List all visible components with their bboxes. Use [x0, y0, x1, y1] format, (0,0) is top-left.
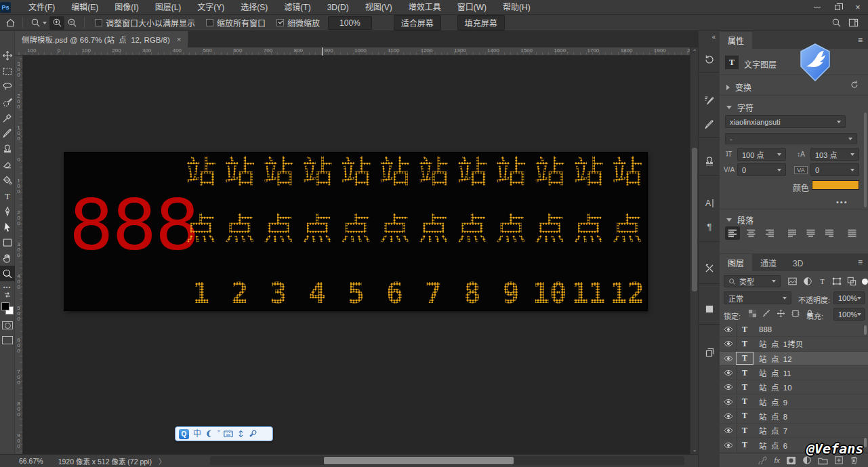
eraser-tool[interactable] — [0, 157, 15, 172]
layer-visibility-eye-icon[interactable] — [720, 323, 737, 336]
foreground-background-colors[interactable] — [1, 302, 14, 314]
canvas-vertical-scrollbar[interactable]: ⌃ ⌄ — [690, 47, 698, 454]
pen-tool[interactable] — [0, 203, 15, 219]
zoom-all-windows-checkbox[interactable]: 缩放所有窗口 — [206, 17, 266, 28]
layer-thumb-type-icon[interactable]: T — [737, 411, 752, 421]
minimize-button[interactable] — [807, 0, 827, 14]
font-family-select[interactable]: xiaolinxiangsuti — [725, 115, 846, 128]
link-layers-icon[interactable] — [758, 456, 768, 464]
clone-source-panel-icon[interactable] — [703, 155, 716, 168]
layer-name[interactable]: 站 点 9 — [759, 397, 787, 407]
layer-visibility-eye-icon[interactable] — [720, 438, 737, 451]
add-adjustment-icon[interactable] — [802, 455, 812, 465]
layer-row[interactable]: T 站 点 9 — [720, 395, 868, 409]
search-icon[interactable] — [831, 18, 842, 28]
menu-item[interactable]: 增效工具 — [400, 0, 449, 15]
hand-tool[interactable] — [0, 250, 15, 266]
patterns-panel-icon[interactable] — [703, 302, 716, 316]
filter-type-layers-icon[interactable]: T — [818, 277, 827, 286]
zoom-tool-icon[interactable] — [28, 16, 43, 30]
lock-transparent-icon[interactable] — [748, 309, 757, 318]
type-tool[interactable]: T — [0, 188, 15, 203]
vertical-ruler[interactable]: 3002001000100200300400500600700800900 — [15, 56, 23, 454]
resize-windows-checkbox[interactable]: 调整窗口大小以满屏显示 — [95, 17, 195, 28]
lock-artboard-icon[interactable] — [791, 309, 800, 318]
horizontal-ruler[interactable]: 1000100200300400500600700800900100011001… — [15, 47, 690, 56]
layer-row-selected[interactable]: T 站 点 12 — [720, 352, 868, 366]
ime-punctuation-toggle[interactable]: ” — [218, 427, 220, 441]
canvas-horizontal-scrollbar[interactable] — [210, 456, 684, 465]
layer-visibility-eye-icon[interactable] — [720, 352, 737, 365]
paragraph-section-header[interactable]: 段落 — [726, 214, 753, 226]
layer-thumb-type-icon[interactable]: T — [737, 397, 752, 407]
tool-presets-panel-icon[interactable] — [703, 262, 716, 275]
menu-item[interactable]: 窗口(W) — [449, 0, 495, 15]
edit-toolbar-icon[interactable]: ••• — [3, 284, 11, 290]
ime-logo-icon[interactable]: Q — [179, 429, 189, 439]
layer-filter-select[interactable]: 类型 — [724, 275, 781, 287]
font-style-select[interactable]: - — [725, 133, 857, 144]
quick-mask-button[interactable] — [2, 321, 13, 329]
quick-selection-tool[interactable] — [0, 94, 15, 110]
blend-mode-select[interactable]: 正常 — [724, 291, 791, 304]
document-tab[interactable]: 侧牌模板.psd @ 66.7% (站 点 12, RGB/8) × — [15, 31, 188, 47]
layer-name[interactable]: 站 点 10 — [759, 382, 792, 392]
leading-field[interactable]: 103 点 — [810, 148, 859, 161]
layer-thumb-type-icon[interactable]: T — [737, 440, 752, 450]
layer-visibility-eye-icon[interactable] — [720, 409, 737, 423]
eyedropper-tool[interactable] — [0, 110, 15, 125]
screen-mode-button[interactable] — [2, 336, 13, 344]
libraries-panel-icon[interactable] — [703, 346, 716, 359]
layer-thumb-type-icon[interactable]: T — [737, 426, 752, 436]
home-icon[interactable] — [3, 16, 18, 30]
layer-row[interactable]: T 站 点 8 — [720, 409, 868, 424]
layer-name[interactable]: 888 — [759, 325, 772, 333]
zoom-in-icon[interactable] — [49, 16, 64, 30]
layer-thumb-type-icon[interactable]: T — [737, 325, 752, 335]
status-zoom-field[interactable]: 66.67% — [19, 457, 43, 465]
align-left-button[interactable] — [725, 226, 740, 240]
filter-toggle-icon[interactable] — [862, 279, 868, 285]
justify-last-left-button[interactable] — [785, 226, 800, 240]
layer-name[interactable]: 站 点 6 — [759, 440, 787, 451]
filter-shape-layers-icon[interactable] — [832, 277, 842, 286]
paint-bucket-tool[interactable] — [0, 172, 15, 188]
font-size-field[interactable]: 100 点 — [737, 148, 786, 161]
text-color-swatch[interactable] — [812, 180, 859, 190]
menu-item[interactable]: 3D(D) — [319, 0, 357, 15]
ime-keyboard-icon[interactable] — [224, 430, 233, 438]
path-selection-tool[interactable] — [0, 219, 15, 235]
layer-row[interactable]: T 站 点 1拷贝 — [720, 337, 868, 351]
history-panel-icon[interactable] — [703, 53, 716, 66]
ime-fullhalf-icon[interactable] — [205, 430, 213, 438]
layer-name[interactable]: 站 点 8 — [759, 411, 787, 422]
new-layer-icon[interactable] — [834, 455, 844, 465]
marquee-tool[interactable] — [0, 63, 15, 79]
ime-toolbar[interactable]: Q 中 ” — [175, 426, 273, 441]
filter-adjustment-layers-icon[interactable] — [803, 277, 812, 286]
rectangle-tool[interactable] — [0, 235, 15, 250]
tab-properties[interactable]: 属性 — [720, 32, 752, 49]
fill-screen-button[interactable]: 填充屏幕 — [457, 15, 505, 31]
layer-thumb-type-icon[interactable]: T — [737, 353, 752, 363]
layer-name[interactable]: 站 点 11 — [759, 367, 791, 378]
move-tool[interactable] — [0, 47, 15, 63]
delete-layer-icon[interactable] — [850, 455, 859, 465]
menu-item[interactable]: 图层(L) — [147, 0, 190, 15]
layer-row[interactable]: T 站 点 11 — [720, 366, 868, 380]
brushes-panel-icon[interactable] — [703, 118, 716, 131]
menu-item[interactable]: 图像(I) — [106, 0, 146, 15]
layer-row[interactable]: T 站 点 10 — [720, 380, 868, 394]
menu-item[interactable]: 帮助(H) — [495, 0, 539, 15]
menu-item[interactable]: 文件(F) — [20, 0, 63, 15]
layer-visibility-eye-icon[interactable] — [720, 366, 737, 380]
ime-mode-toggle[interactable]: 中 — [193, 427, 201, 441]
brush-settings-panel-icon[interactable] — [703, 94, 716, 107]
properties-scrollbar-thumb[interactable] — [864, 113, 867, 207]
layer-thumb-type-icon[interactable]: T — [737, 382, 752, 392]
layers-scrollbar-up[interactable] — [864, 325, 867, 335]
checkbox-icon[interactable] — [206, 19, 213, 26]
panel-menu-icon[interactable]: ≡ — [858, 258, 863, 267]
foreground-color-swatch[interactable] — [1, 302, 9, 310]
collapse-panels-icon[interactable]: « — [711, 33, 716, 41]
